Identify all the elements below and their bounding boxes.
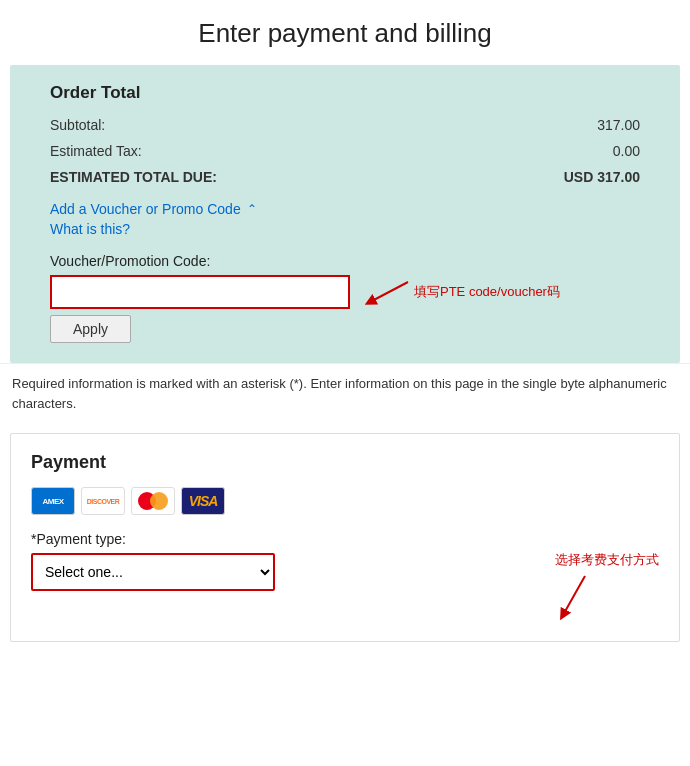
voucher-link-text: Add a Voucher or Promo Code [50, 201, 241, 217]
payment-section-title: Payment [31, 452, 659, 473]
subtotal-value: 317.00 [597, 117, 640, 133]
page-title: Enter payment and billing [0, 0, 690, 65]
what-is-this-link[interactable]: What is this? [50, 221, 640, 237]
voucher-arrow-annotation: 填写PTE code/voucher码 [360, 277, 560, 307]
total-label: ESTIMATED TOTAL DUE: [50, 169, 217, 185]
payment-arrow-icon [555, 571, 615, 621]
visa-icon: VISA [181, 487, 225, 515]
card-icons-row: AMEX DISCOVER VISA [31, 487, 659, 515]
arrow-icon [360, 277, 410, 307]
payment-section: Payment AMEX DISCOVER VISA *Payment type… [10, 433, 680, 642]
tax-value: 0.00 [613, 143, 640, 159]
svg-line-3 [563, 576, 585, 615]
chevron-up-icon: ⌃ [247, 202, 257, 216]
voucher-form-area: Voucher/Promotion Code: 填写PTE code/vouch… [50, 253, 640, 343]
apply-button[interactable]: Apply [50, 315, 131, 343]
svg-line-1 [370, 282, 408, 302]
payment-type-label: *Payment type: [31, 531, 535, 547]
payment-select-wrapper: Select one... Credit Card Debit Card Pay… [31, 553, 275, 591]
tax-label: Estimated Tax: [50, 143, 142, 159]
amex-icon: AMEX [31, 487, 75, 515]
mastercard-icon [131, 487, 175, 515]
subtotal-label: Subtotal: [50, 117, 105, 133]
required-info-text: Required information is marked with an a… [0, 363, 690, 423]
total-row: ESTIMATED TOTAL DUE: USD 317.00 [50, 169, 640, 185]
order-total-section: Order Total Subtotal: 317.00 Estimated T… [10, 65, 680, 363]
payment-type-select[interactable]: Select one... Credit Card Debit Card Pay… [33, 555, 273, 589]
payment-annotation-area: 选择考费支付方式 [555, 551, 659, 621]
discover-icon: DISCOVER [81, 487, 125, 515]
voucher-link[interactable]: Add a Voucher or Promo Code ⌃ [50, 201, 640, 217]
payment-type-left: *Payment type: Select one... Credit Card… [31, 531, 535, 591]
payment-type-row: *Payment type: Select one... Credit Card… [31, 531, 659, 621]
voucher-code-label: Voucher/Promotion Code: [50, 253, 640, 269]
payment-annotation-text: 选择考费支付方式 [555, 551, 659, 569]
voucher-annotation-text: 填写PTE code/voucher码 [414, 283, 560, 301]
total-value: USD 317.00 [564, 169, 640, 185]
order-total-title: Order Total [50, 83, 640, 103]
subtotal-row: Subtotal: 317.00 [50, 117, 640, 133]
tax-row: Estimated Tax: 0.00 [50, 143, 640, 159]
voucher-code-input[interactable] [50, 275, 350, 309]
